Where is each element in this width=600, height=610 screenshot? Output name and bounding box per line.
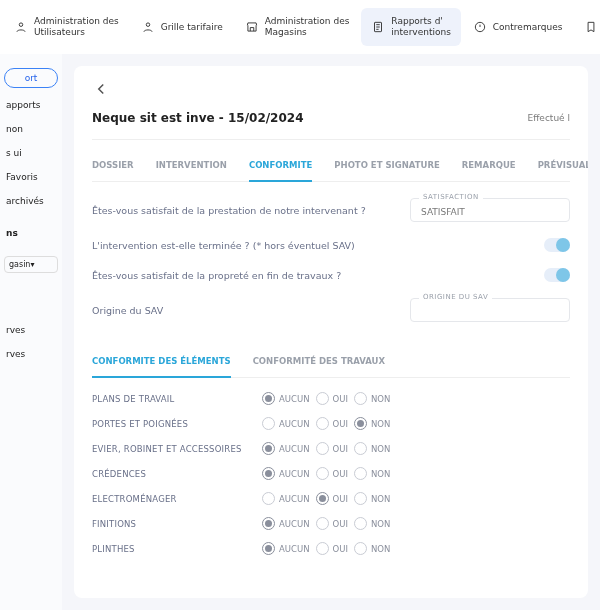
nav-label: Contremarques <box>493 22 563 33</box>
nav-icon <box>141 20 155 34</box>
sidebar-item[interactable]: non <box>4 122 58 136</box>
field-label: ORIGINE DU SAV <box>419 293 492 301</box>
option-aucun[interactable]: AUCUN <box>262 442 310 455</box>
option-aucun[interactable]: AUCUN <box>262 492 310 505</box>
option-label: OUI <box>333 494 348 504</box>
option-label: NON <box>371 519 390 529</box>
origin-field[interactable]: ORIGINE DU SAV <box>410 298 570 322</box>
option-label: OUI <box>333 394 348 404</box>
satisfaction-field[interactable]: SATISFACTION SATISFAIT <box>410 198 570 222</box>
option-label: NON <box>371 419 390 429</box>
subtab[interactable]: CONFORMITÉ DES TRAVAUX <box>253 346 385 377</box>
top-nav: Administration desUtilisateursGrille tar… <box>0 0 600 54</box>
nav-label: Rapports d'interventions <box>391 16 450 38</box>
tab[interactable]: DOSSIER <box>92 150 134 181</box>
option-label: AUCUN <box>279 444 310 454</box>
radio-icon <box>354 417 367 430</box>
option-label: OUI <box>333 469 348 479</box>
option-non[interactable]: NON <box>354 392 390 405</box>
radio-icon <box>354 542 367 555</box>
radio-icon <box>316 492 329 505</box>
option-non[interactable]: NON <box>354 492 390 505</box>
tab[interactable]: PRÉVISUALISER LE RAPPORT <box>538 150 588 181</box>
conformity-row: FINITIONSAUCUNOUINON <box>92 517 570 530</box>
sidebar-item[interactable]: rves <box>4 347 58 361</box>
sidebar-item[interactable]: apports <box>4 98 58 112</box>
option-label: OUI <box>333 419 348 429</box>
option-oui[interactable]: OUI <box>316 492 348 505</box>
option-non[interactable]: NON <box>354 467 390 480</box>
subtab[interactable]: CONFORMITE DES ÉLÉMENTS <box>92 346 231 378</box>
nav-icon <box>14 20 28 34</box>
radio-icon <box>316 417 329 430</box>
sidebar-select[interactable]: gasin▾ <box>4 256 58 273</box>
option-aucun[interactable]: AUCUN <box>262 542 310 555</box>
nav-item[interactable]: Administration desMagasins <box>235 8 360 46</box>
option-label: OUI <box>333 519 348 529</box>
sidebar-item[interactable]: s ui <box>4 146 58 160</box>
option-aucun[interactable]: AUCUN <box>262 517 310 530</box>
nav-label: Administration desUtilisateurs <box>34 16 119 38</box>
radio-icon <box>316 467 329 480</box>
option-label: AUCUN <box>279 419 310 429</box>
option-aucun[interactable]: AUCUN <box>262 467 310 480</box>
nav-icon <box>371 20 385 34</box>
sidebar-item[interactable]: Favoris <box>4 170 58 184</box>
section-tabs: DOSSIERINTERVENTIONCONFORMITEPHOTO ET SI… <box>92 150 570 182</box>
tab[interactable]: CONFORMITE <box>249 150 312 182</box>
tab[interactable]: INTERVENTION <box>156 150 227 181</box>
nav-item[interactable]: Grille tarifaire <box>131 12 233 42</box>
option-non[interactable]: NON <box>354 417 390 430</box>
radio-icon <box>354 467 367 480</box>
option-label: OUI <box>333 544 348 554</box>
option-label: NON <box>371 494 390 504</box>
toggle-clean[interactable] <box>544 268 570 282</box>
sidebar: ort apports non s ui Favoris archivés ns… <box>0 54 62 610</box>
item-label: ELECTROMÉNAGER <box>92 494 262 504</box>
option-label: OUI <box>333 444 348 454</box>
option-oui[interactable]: OUI <box>316 467 348 480</box>
item-label: PLINTHES <box>92 544 262 554</box>
svg-point-1 <box>146 23 150 27</box>
option-oui[interactable]: OUI <box>316 442 348 455</box>
option-oui[interactable]: OUI <box>316 517 348 530</box>
toggle-finished[interactable] <box>544 238 570 252</box>
radio-icon <box>316 542 329 555</box>
nav-item[interactable]: Reserves <box>574 12 600 42</box>
page-byline: Effectué l <box>527 113 570 123</box>
option-non[interactable]: NON <box>354 542 390 555</box>
nav-item[interactable]: Contremarques <box>463 12 573 42</box>
conformity-items: PLANS DE TRAVAILAUCUNOUINONPORTES ET POI… <box>92 392 570 555</box>
option-non[interactable]: NON <box>354 517 390 530</box>
nav-icon <box>473 20 487 34</box>
radio-icon <box>354 442 367 455</box>
option-oui[interactable]: OUI <box>316 392 348 405</box>
option-oui[interactable]: OUI <box>316 417 348 430</box>
option-non[interactable]: NON <box>354 442 390 455</box>
svg-point-0 <box>19 23 23 27</box>
sidebar-pill[interactable]: ort <box>4 68 58 88</box>
conformity-row: PLINTHESAUCUNOUINON <box>92 542 570 555</box>
nav-item[interactable]: Rapports d'interventions <box>361 8 460 46</box>
item-label: EVIER, ROBINET ET ACCESSOIRES <box>92 444 262 454</box>
item-label: PLANS DE TRAVAIL <box>92 394 262 404</box>
radio-icon <box>262 467 275 480</box>
sidebar-item[interactable]: rves <box>4 323 58 337</box>
item-label: CRÉDENCES <box>92 469 262 479</box>
back-button[interactable] <box>92 80 570 101</box>
tab[interactable]: PHOTO ET SIGNATURE <box>334 150 439 181</box>
radio-icon <box>316 517 329 530</box>
option-aucun[interactable]: AUCUN <box>262 417 310 430</box>
sidebar-item[interactable]: archivés <box>4 194 58 208</box>
nav-item[interactable]: Administration desUtilisateurs <box>4 8 129 46</box>
option-label: NON <box>371 469 390 479</box>
option-label: AUCUN <box>279 469 310 479</box>
item-label: FINITIONS <box>92 519 262 529</box>
tab[interactable]: REMARQUE <box>462 150 516 181</box>
option-label: NON <box>371 394 390 404</box>
option-aucun[interactable]: AUCUN <box>262 392 310 405</box>
nav-icon <box>245 20 259 34</box>
conformity-row: CRÉDENCESAUCUNOUINON <box>92 467 570 480</box>
field-value: SATISFAIT <box>421 207 465 217</box>
option-oui[interactable]: OUI <box>316 542 348 555</box>
